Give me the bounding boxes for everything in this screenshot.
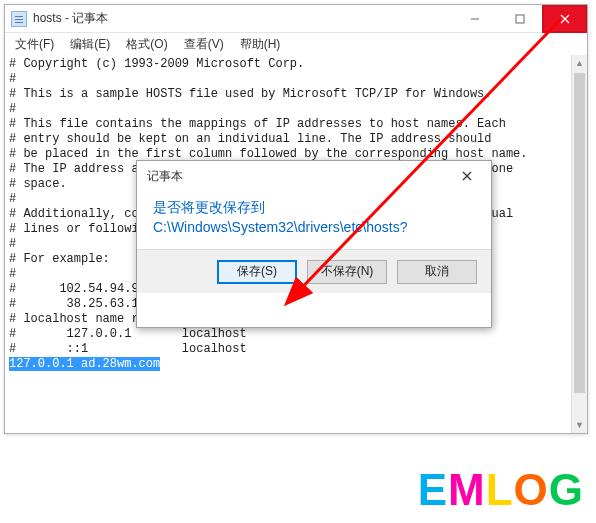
editor-line: # Copyright (c) 1993-2009 Microsoft Corp… (9, 57, 583, 72)
menu-format[interactable]: 格式(O) (120, 34, 173, 55)
editor-line: # 127.0.0.1 localhost (9, 327, 583, 342)
scroll-thumb[interactable] (574, 73, 585, 393)
editor-line: # (9, 72, 583, 87)
menu-help[interactable]: 帮助(H) (234, 34, 287, 55)
dialog-line2: C:\Windows\System32\drivers\etc\hosts? (153, 217, 475, 237)
editor-line: # entry should be kept on an individual … (9, 132, 583, 147)
dialog-title: 记事本 (147, 168, 183, 185)
svg-rect-1 (516, 15, 524, 23)
editor-line: # ::1 localhost (9, 342, 583, 357)
close-button[interactable] (542, 5, 587, 33)
wm-char: E (418, 465, 448, 515)
dialog-message: 是否将更改保存到 C:\Windows\System32\drivers\etc… (137, 191, 491, 249)
editor-line: # This file contains the mappings of IP … (9, 117, 583, 132)
wm-char: M (448, 465, 486, 515)
dialog-titlebar: 记事本 (137, 161, 491, 191)
watermark-logo: E M L O G (418, 465, 584, 515)
wm-char: G (549, 465, 584, 515)
vertical-scrollbar[interactable]: ▲ ▼ (571, 55, 587, 433)
menubar: 文件(F) 编辑(E) 格式(O) 查看(V) 帮助(H) (5, 33, 587, 55)
scroll-up-arrow[interactable]: ▲ (572, 55, 587, 71)
dialog-line1: 是否将更改保存到 (153, 197, 475, 217)
save-dialog: 记事本 是否将更改保存到 C:\Windows\System32\drivers… (136, 160, 492, 328)
menu-edit[interactable]: 编辑(E) (64, 34, 116, 55)
menu-view[interactable]: 查看(V) (178, 34, 230, 55)
titlebar: hosts - 记事本 (5, 5, 587, 33)
scroll-down-arrow[interactable]: ▼ (572, 417, 587, 433)
dialog-close-button[interactable] (453, 165, 481, 187)
wm-char: L (486, 465, 514, 515)
window-title: hosts - 记事本 (33, 10, 108, 27)
wm-char: O (514, 465, 549, 515)
dontsave-button[interactable]: 不保存(N) (307, 260, 387, 284)
cancel-button[interactable]: 取消 (397, 260, 477, 284)
menu-file[interactable]: 文件(F) (9, 34, 60, 55)
dialog-footer: 保存(S) 不保存(N) 取消 (137, 249, 491, 293)
window-controls (452, 5, 587, 33)
minimize-button[interactable] (452, 5, 497, 33)
editor-line: # This is a sample HOSTS file used by Mi… (9, 87, 583, 102)
notepad-icon (11, 11, 27, 27)
editor-line-selected: 127.0.0.1 ad.28wm.com (9, 357, 583, 372)
save-button[interactable]: 保存(S) (217, 260, 297, 284)
editor-line: # (9, 102, 583, 117)
maximize-button[interactable] (497, 5, 542, 33)
